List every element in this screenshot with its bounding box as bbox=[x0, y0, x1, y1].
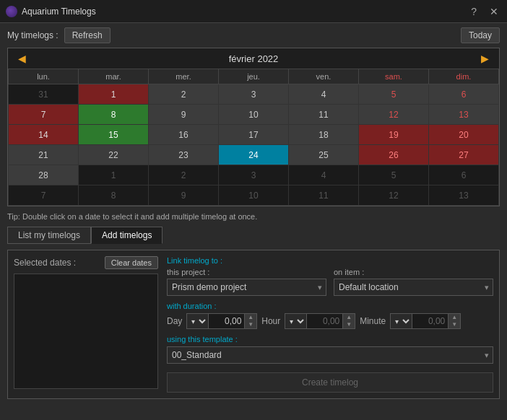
clear-dates-button[interactable]: Clear dates bbox=[105, 256, 158, 269]
project-col: this project : Prism demo project bbox=[167, 268, 326, 296]
calendar-cell-w3-d3[interactable]: 24 bbox=[219, 145, 289, 165]
item-col: on item : Default location bbox=[334, 268, 493, 296]
minute-spinner-arrows: ▲ ▼ bbox=[448, 314, 460, 328]
calendar-cell-w1-d4[interactable]: 11 bbox=[289, 105, 359, 125]
calendar-cell-w4-d5[interactable]: 5 bbox=[359, 165, 429, 185]
hour-input[interactable] bbox=[306, 314, 342, 328]
calendar-cell-w3-d2[interactable]: 23 bbox=[149, 145, 219, 165]
calendar-cell-w2-d5[interactable]: 19 bbox=[359, 125, 429, 145]
calendar-cell-w4-d3[interactable]: 3 bbox=[219, 165, 289, 185]
selected-dates-header: Selected dates : Clear dates bbox=[14, 256, 158, 269]
calendar-cell-w0-d0[interactable]: 31 bbox=[9, 84, 79, 105]
minute-unit-select[interactable]: ▾ bbox=[391, 315, 412, 328]
calendar-cell-w2-d0[interactable]: 14 bbox=[9, 125, 79, 145]
day-spinner-arrows: ▲ ▼ bbox=[244, 314, 256, 328]
project-select[interactable]: Prism demo project bbox=[167, 279, 326, 296]
calendar-cell-w2-d1[interactable]: 15 bbox=[79, 125, 149, 145]
dates-list bbox=[14, 274, 158, 389]
calendar-cell-w4-d0[interactable]: 28 bbox=[9, 165, 79, 185]
minute-input[interactable] bbox=[412, 314, 448, 328]
calendar-cell-w1-d5[interactable]: 12 bbox=[359, 105, 429, 125]
template-label: using this template : bbox=[167, 335, 493, 344]
calendar-weekday-4: ven. bbox=[289, 69, 359, 84]
day-spin-up[interactable]: ▲ bbox=[245, 314, 256, 321]
calendar-weekday-6: dim. bbox=[429, 69, 499, 84]
calendar-cell-w0-d3[interactable]: 3 bbox=[219, 84, 289, 105]
calendar-cell-w3-d5[interactable]: 26 bbox=[359, 145, 429, 165]
calendar-cell-w3-d1[interactable]: 22 bbox=[79, 145, 149, 165]
calendar-weekday-2: mer. bbox=[149, 69, 219, 84]
day-input[interactable] bbox=[208, 314, 244, 328]
calendar-cell-w4-d4[interactable]: 4 bbox=[289, 165, 359, 185]
main-area: My timelogs : Refresh Today ◀ février 20… bbox=[0, 23, 507, 403]
form-panel: Link timelog to : this project : Prism d… bbox=[167, 256, 493, 393]
calendar-cell-w2-d4[interactable]: 18 bbox=[289, 125, 359, 145]
hour-spin-down[interactable]: ▼ bbox=[343, 321, 355, 328]
selected-dates-label: Selected dates : bbox=[14, 258, 76, 268]
tab-list-timelogs[interactable]: List my timelogs bbox=[7, 227, 91, 244]
calendar-cell-w1-d1[interactable]: 8 bbox=[79, 105, 149, 125]
app-title: Aquarium Timelogs bbox=[22, 6, 468, 17]
calendar-cell-w3-d0[interactable]: 21 bbox=[9, 145, 79, 165]
project-label: this project : bbox=[167, 268, 326, 276]
calendar-cell-w4-d2[interactable]: 2 bbox=[149, 165, 219, 185]
calendar-cell-w5-d5[interactable]: 12 bbox=[359, 185, 429, 206]
project-select-wrapper: Prism demo project bbox=[167, 279, 326, 296]
calendar-cell-w2-d6[interactable]: 20 bbox=[429, 125, 499, 145]
item-select-wrapper: Default location bbox=[334, 279, 493, 296]
day-spin-down[interactable]: ▼ bbox=[245, 321, 256, 328]
day-spinner: ▾ ▲ ▼ bbox=[186, 313, 257, 329]
create-timelog-button[interactable]: Create timelog bbox=[167, 372, 493, 393]
calendar-cell-w0-d5[interactable]: 5 bbox=[359, 84, 429, 105]
day-unit-select[interactable]: ▾ bbox=[187, 315, 208, 328]
prev-month-button[interactable]: ◀ bbox=[14, 51, 30, 66]
minute-label: Minute bbox=[360, 316, 386, 326]
today-button[interactable]: Today bbox=[461, 27, 500, 43]
link-timelog-label: Link timelog to : bbox=[167, 256, 493, 265]
calendar-cell-w2-d3[interactable]: 17 bbox=[219, 125, 289, 145]
refresh-button[interactable]: Refresh bbox=[64, 27, 110, 43]
minute-spin-up[interactable]: ▲ bbox=[448, 314, 460, 321]
hour-spin-up[interactable]: ▲ bbox=[343, 314, 355, 321]
calendar-cell-w0-d2[interactable]: 2 bbox=[149, 84, 219, 105]
calendar-cell-w5-d1[interactable]: 8 bbox=[79, 185, 149, 206]
calendar-cell-w4-d1[interactable]: 1 bbox=[79, 165, 149, 185]
project-item-row: this project : Prism demo project on ite… bbox=[167, 268, 493, 296]
hour-spinner: ▾ ▲ ▼ bbox=[285, 313, 355, 329]
tip-text: Tip: Double click on a date to select it… bbox=[7, 211, 500, 222]
hour-unit-select[interactable]: ▾ bbox=[285, 315, 306, 328]
calendar-cell-w5-d6[interactable]: 13 bbox=[429, 185, 499, 206]
my-timelogs-label: My timelogs : bbox=[7, 30, 58, 40]
calendar-cell-w4-d6[interactable]: 6 bbox=[429, 165, 499, 185]
duration-label: with duration : bbox=[167, 302, 493, 310]
minute-spin-down[interactable]: ▼ bbox=[448, 321, 460, 328]
calendar-cell-w2-d2[interactable]: 16 bbox=[149, 125, 219, 145]
calendar-cell-w3-d6[interactable]: 27 bbox=[429, 145, 499, 165]
close-button[interactable]: ✕ bbox=[487, 4, 501, 19]
item-select[interactable]: Default location bbox=[334, 279, 493, 296]
minute-spinner: ▾ ▲ ▼ bbox=[390, 313, 461, 329]
calendar-cell-w1-d2[interactable]: 9 bbox=[149, 105, 219, 125]
calendar-cell-w1-d6[interactable]: 13 bbox=[429, 105, 499, 125]
selected-dates-panel: Selected dates : Clear dates bbox=[14, 256, 158, 393]
hour-label: Hour bbox=[261, 316, 280, 326]
calendar-nav: ◀ février 2022 ▶ bbox=[8, 48, 499, 69]
calendar-cell-w5-d4[interactable]: 11 bbox=[289, 185, 359, 206]
calendar-cell-w3-d4[interactable]: 25 bbox=[289, 145, 359, 165]
calendar-cell-w1-d3[interactable]: 10 bbox=[219, 105, 289, 125]
tab-bar: List my timelogs Add timelogs bbox=[7, 227, 500, 244]
calendar-weekday-5: sam. bbox=[359, 69, 429, 84]
calendar-cell-w5-d3[interactable]: 10 bbox=[219, 185, 289, 206]
calendar-cell-w5-d0[interactable]: 7 bbox=[9, 185, 79, 206]
tab-add-timelogs[interactable]: Add timelogs bbox=[91, 227, 162, 244]
calendar-cell-w1-d0[interactable]: 7 bbox=[9, 105, 79, 125]
template-select[interactable]: 00_Standard bbox=[167, 346, 493, 364]
next-month-button[interactable]: ▶ bbox=[477, 51, 493, 66]
calendar-cell-w5-d2[interactable]: 9 bbox=[149, 185, 219, 206]
calendar-cell-w0-d1[interactable]: 1 bbox=[79, 84, 149, 105]
calendar-cell-w0-d4[interactable]: 4 bbox=[289, 84, 359, 105]
duration-row: Day ▾ ▲ ▼ Hour ▾ bbox=[167, 313, 493, 329]
toolbar-left: My timelogs : Refresh bbox=[7, 27, 110, 43]
help-button[interactable]: ? bbox=[468, 4, 480, 19]
calendar-cell-w0-d6[interactable]: 6 bbox=[429, 84, 499, 105]
